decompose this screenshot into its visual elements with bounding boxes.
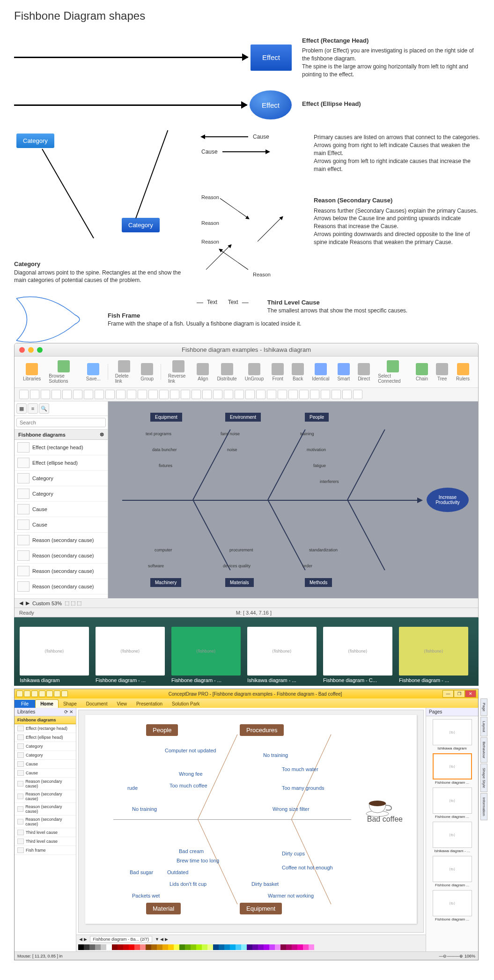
- doc-tab[interactable]: Fishbone diagram - Ba... (2/7): [90, 936, 153, 943]
- side-tab-behaviour[interactable]: Behaviour: [480, 737, 487, 763]
- color-swatch[interactable]: [297, 944, 303, 950]
- tool-button[interactable]: [148, 390, 158, 399]
- side-tab-page[interactable]: Page: [480, 698, 487, 716]
- qat-button[interactable]: [39, 690, 45, 697]
- toolbar-libraries[interactable]: Libraries: [19, 362, 44, 382]
- mac-canvas[interactable]: Increase Productivity Equipmenttext prog…: [108, 401, 478, 598]
- tool-button[interactable]: [73, 390, 82, 399]
- color-swatch[interactable]: [106, 944, 112, 950]
- tool-button[interactable]: [224, 390, 233, 399]
- tool-button[interactable]: [41, 390, 50, 399]
- tool-button[interactable]: [95, 390, 104, 399]
- tool-button[interactable]: [299, 390, 309, 399]
- template-thumb[interactable]: ⟨fishbone⟩Fishbone diagram - ...: [171, 627, 241, 683]
- ribbon-tab-presentation[interactable]: Presentation: [132, 700, 167, 708]
- library-item[interactable]: Category: [15, 751, 76, 760]
- tool-button[interactable]: [321, 390, 330, 399]
- toolbar-rulers[interactable]: Rulers: [452, 362, 473, 382]
- toolbar-front[interactable]: Front: [268, 362, 288, 382]
- tool-button[interactable]: [256, 390, 265, 399]
- template-thumb[interactable]: ⟨fishbone⟩Fishbone diagram - ...: [96, 627, 165, 683]
- color-swatch[interactable]: [78, 944, 84, 950]
- toolbar-distribute[interactable]: Distribute: [213, 362, 240, 382]
- color-swatch[interactable]: [162, 944, 168, 950]
- tool-button[interactable]: [52, 390, 61, 399]
- ribbon-tab-shape[interactable]: Shape: [59, 700, 81, 708]
- toolbar-reverse-link[interactable]: Reverse link: [164, 359, 192, 385]
- color-swatch[interactable]: [89, 944, 95, 950]
- color-swatch[interactable]: [247, 944, 252, 950]
- toolbar-browse-solutions[interactable]: Browse Solutions: [45, 359, 81, 385]
- color-swatch[interactable]: [174, 944, 179, 950]
- color-swatch[interactable]: [292, 944, 297, 950]
- close-button[interactable]: ✕: [465, 690, 476, 698]
- sidebar-grid-button[interactable]: ▦: [16, 403, 27, 414]
- tool-button[interactable]: [288, 390, 298, 399]
- tool-button[interactable]: [342, 390, 352, 399]
- zoom-level[interactable]: Custom 53%: [32, 601, 62, 606]
- toolbar-save-[interactable]: Save...: [82, 362, 104, 382]
- qat-button[interactable]: [16, 690, 23, 697]
- ribbon-tab-document[interactable]: Document: [81, 700, 112, 708]
- color-swatch[interactable]: [157, 944, 162, 950]
- library-item[interactable]: Third level cause: [15, 837, 76, 846]
- close-button[interactable]: [19, 347, 25, 353]
- library-item[interactable]: Reason (secondary cause): [15, 803, 76, 816]
- color-swatch[interactable]: [146, 944, 151, 950]
- qat-button[interactable]: [46, 690, 53, 697]
- library-item[interactable]: Reason (secondary cause): [15, 564, 108, 579]
- tool-button[interactable]: [170, 390, 179, 399]
- tool-button[interactable]: [19, 390, 29, 399]
- library-item[interactable]: Reason (secondary cause): [15, 790, 76, 803]
- color-swatch[interactable]: [123, 944, 129, 950]
- color-swatch[interactable]: [280, 944, 286, 950]
- color-swatch[interactable]: [112, 944, 118, 950]
- toolbar-delete-link[interactable]: Delete link: [111, 359, 137, 385]
- minimize-button[interactable]: —: [442, 690, 454, 698]
- page-thumb[interactable]: ⟨fb⟩Fishbone diagram ...: [433, 856, 472, 887]
- zoom-button[interactable]: [37, 347, 43, 353]
- toolbar-direct[interactable]: Direct: [354, 362, 374, 382]
- tool-button[interactable]: [332, 390, 341, 399]
- color-swatch[interactable]: [213, 944, 219, 950]
- color-swatch[interactable]: [129, 944, 134, 950]
- color-swatch[interactable]: [286, 944, 292, 950]
- qat-button[interactable]: [24, 690, 30, 697]
- color-swatch[interactable]: [275, 944, 280, 950]
- color-swatch[interactable]: [196, 944, 202, 950]
- tool-button[interactable]: [310, 390, 319, 399]
- template-thumb[interactable]: ⟨fishbone⟩Fishbone diagram - ...: [399, 627, 468, 683]
- color-swatch[interactable]: [202, 944, 207, 950]
- tool-button[interactable]: [30, 390, 39, 399]
- tool-button[interactable]: [62, 390, 72, 399]
- ribbon-tab-file[interactable]: File: [15, 700, 35, 708]
- zoom-level[interactable]: 106%: [465, 954, 475, 958]
- page-thumb[interactable]: ⟨fb⟩Ishikawa diagram: [433, 719, 472, 750]
- library-item[interactable]: Effect (rectange head): [15, 440, 108, 455]
- color-swatch[interactable]: [230, 944, 236, 950]
- library-item[interactable]: Category: [15, 742, 76, 751]
- page-thumb[interactable]: ⟨fb⟩Fishbone diagram ...: [433, 890, 472, 921]
- page-thumb[interactable]: ⟨fb⟩Fishbone diagram ...: [433, 753, 472, 785]
- minimize-button[interactable]: [28, 347, 34, 353]
- library-item[interactable]: Effect (ellipse head): [15, 455, 108, 471]
- toolbar-identical[interactable]: Identical: [308, 362, 333, 382]
- color-swatch[interactable]: [118, 944, 123, 950]
- color-swatch[interactable]: [224, 944, 230, 950]
- color-swatch[interactable]: [303, 944, 309, 950]
- search-input[interactable]: [16, 418, 106, 427]
- tool-button[interactable]: [192, 390, 201, 399]
- template-thumb[interactable]: ⟨fishbone⟩Ishikawa diagram - ...: [247, 627, 317, 683]
- side-tab-shape style[interactable]: Shape Style: [480, 764, 487, 792]
- qat-button[interactable]: [31, 690, 38, 697]
- sidebar-search-button[interactable]: 🔍: [39, 403, 49, 414]
- tool-button[interactable]: [235, 390, 244, 399]
- tool-button[interactable]: [138, 390, 147, 399]
- page-thumb[interactable]: ⟨fb⟩Ishikawa diagram - ...: [433, 822, 472, 853]
- color-swatch[interactable]: [95, 944, 101, 950]
- tool-button[interactable]: [267, 390, 276, 399]
- toolbar-smart[interactable]: Smart: [333, 362, 354, 382]
- color-swatch[interactable]: [207, 944, 213, 950]
- toolbar-align[interactable]: Align: [193, 362, 213, 382]
- library-item[interactable]: Reason (secondary cause): [15, 778, 76, 790]
